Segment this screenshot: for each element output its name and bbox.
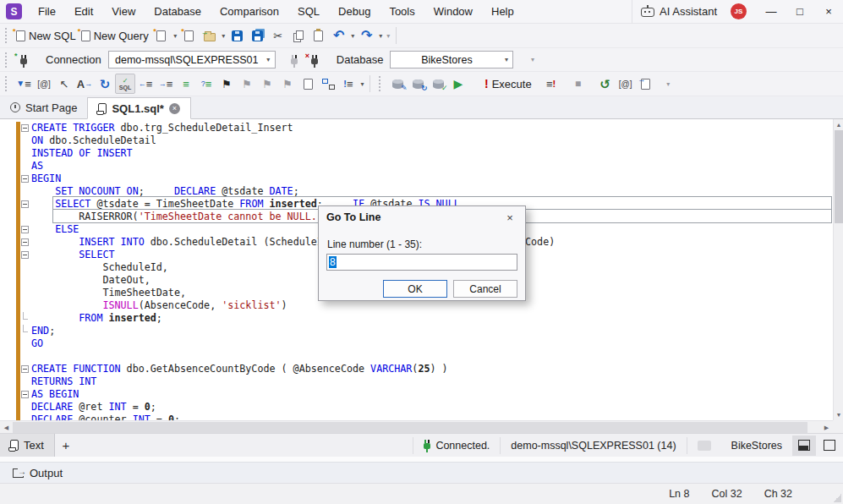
scroll-left-icon[interactable]: ◀ [0,421,13,433]
previous-bookmark-button[interactable]: ⚑ [237,74,257,94]
tab-sql1[interactable]: SQL1.sql* × [87,97,190,119]
history-button[interactable]: ↺ [595,74,616,94]
add-results-tab-button[interactable]: + [55,434,77,457]
vertical-scrollbar[interactable]: ▲ ▼ [833,119,843,420]
save-all-button[interactable] [248,25,268,46]
ok-button[interactable]: OK [383,280,447,298]
toolbar-grip[interactable] [5,28,9,43]
fold-toggle-icon[interactable] [21,226,29,233]
execute-button[interactable]: ! Execute [482,74,534,94]
disconnect-button[interactable]: × [304,50,325,70]
resize-grip[interactable] [833,494,841,502]
go-to-definition-button[interactable]: ▼≡ [14,74,34,94]
new-document-button[interactable]: * [151,25,172,46]
run-button[interactable]: ▶ [448,74,468,94]
query-plan-button[interactable] [318,74,338,94]
decrease-indent-button[interactable]: ←≡ [135,74,156,94]
cut-button[interactable]: ✂ [268,25,288,46]
edit-snippet-button[interactable]: [@] [616,74,636,94]
fold-toggle-icon[interactable] [21,365,29,373]
connection-combobox[interactable]: demo-mssql\SQLEXPRESS01 ▾ [108,51,276,68]
menu-edit[interactable]: Edit [65,0,102,24]
fold-toggle-icon[interactable] [21,251,29,259]
connect-button[interactable] [284,50,304,70]
menu-view[interactable]: View [102,0,145,24]
query-options-dropdown[interactable]: ▾ [359,80,366,88]
undo-dropdown[interactable]: ▾ [349,32,357,40]
comment-button[interactable]: ?≡ [196,74,216,94]
menu-debug[interactable]: Debug [329,0,380,24]
scroll-up-icon[interactable]: ▲ [834,119,843,130]
close-button[interactable]: × [814,0,843,24]
edit-data-button[interactable]: ✎ [387,74,408,94]
fold-toggle-icon[interactable] [21,124,29,132]
connection-combobox-arrow[interactable]: ▾ [265,56,272,63]
redo-dropdown[interactable]: ▾ [377,32,385,40]
maximize-button[interactable]: □ [786,0,814,24]
rename-button[interactable]: ↖ [54,74,74,94]
undo-button[interactable]: ↶ [329,25,349,46]
new-file-button[interactable]: * [179,25,200,46]
sql-toolbar-overflow-dropdown[interactable]: ▾ [665,80,672,88]
check-syntax-button[interactable]: ✓ SQL [115,74,135,94]
query-options-button[interactable]: !≡ [338,74,359,94]
avatar[interactable]: JS [731,3,747,19]
database-combobox[interactable]: BikeStores ▾ [390,51,513,68]
database-status[interactable]: BikeStores [721,437,792,454]
menu-comparison[interactable]: Comparison [211,0,288,24]
output-panel-tab[interactable]: Output [0,462,843,483]
menu-help[interactable]: Help [482,0,523,24]
stop-button[interactable]: ■ [568,74,588,94]
scroll-down-icon[interactable]: ▼ [834,409,843,420]
open-file-dropdown[interactable]: ▾ [220,32,227,40]
toolbar-grip[interactable] [5,76,9,91]
menu-window[interactable]: Window [424,0,482,24]
next-bookmark-button[interactable]: ⚑ [257,74,277,94]
execute-script-button[interactable]: ≡! [541,74,561,94]
fold-toggle-icon[interactable] [21,175,29,183]
validate-button[interactable] [298,74,318,94]
open-file-button[interactable]: → [200,25,220,46]
line-number-input[interactable]: 8 [326,254,517,271]
connection-overflow-dropdown[interactable]: ▾ [528,56,536,63]
new-connection-button[interactable]: * [14,50,34,70]
save-button[interactable] [227,25,248,46]
paste-button[interactable] [309,25,329,46]
toolbar-grip[interactable] [379,76,383,91]
menu-sql[interactable]: SQL [288,0,329,24]
new-document-dropdown[interactable]: ▾ [172,32,179,40]
horizontal-scrollbar[interactable]: ◀ ▶ [0,420,833,433]
new-sql-button[interactable]: * New SQL [14,25,79,46]
toolbar-overflow-dropdown[interactable]: ▾ [385,32,392,40]
layout-full-button[interactable] [818,436,841,456]
new-query-button[interactable]: * New Query [79,25,151,46]
toggle-bookmark-button[interactable]: ⚑ [216,74,237,94]
format-document-button[interactable]: ≡ [176,74,196,94]
ai-assistant-button[interactable]: AI Assistant [632,0,725,24]
menu-database[interactable]: Database [145,0,211,24]
highlight-occurrences-button[interactable]: [@] [34,74,54,94]
results-tab-text[interactable]: Text [0,434,55,457]
server-status[interactable]: demo-mssql\SQLEXPRESS01 (14) [500,437,686,454]
database-combobox-arrow[interactable]: ▾ [502,56,510,63]
fold-toggle-icon[interactable] [21,391,29,398]
word-completion-button[interactable]: A→ [74,74,95,94]
redo-button[interactable]: ↷ [357,25,377,46]
export-script-button[interactable]: → [636,74,656,94]
increase-indent-button[interactable]: →≡ [156,74,176,94]
tab-close-icon[interactable]: × [169,103,180,114]
scroll-right-icon[interactable]: ▶ [820,421,833,433]
toolbar-grip[interactable] [5,52,9,68]
fold-toggle-icon[interactable] [21,238,29,246]
check-database-button[interactable]: ✓ [428,74,448,94]
dialog-titlebar[interactable]: Go To Line × [319,206,525,228]
cancel-button[interactable]: Cancel [453,280,517,298]
horizontal-scroll-thumb[interactable] [13,422,807,433]
copy-button[interactable] [288,25,309,46]
dialog-close-icon[interactable]: × [502,211,517,224]
menu-file[interactable]: File [29,0,65,24]
tab-start-page[interactable]: Start Page [0,96,87,118]
minimize-button[interactable]: — [757,0,786,24]
refresh-database-button[interactable]: ↻ [408,74,428,94]
refresh-button[interactable]: ↻ [95,74,115,94]
